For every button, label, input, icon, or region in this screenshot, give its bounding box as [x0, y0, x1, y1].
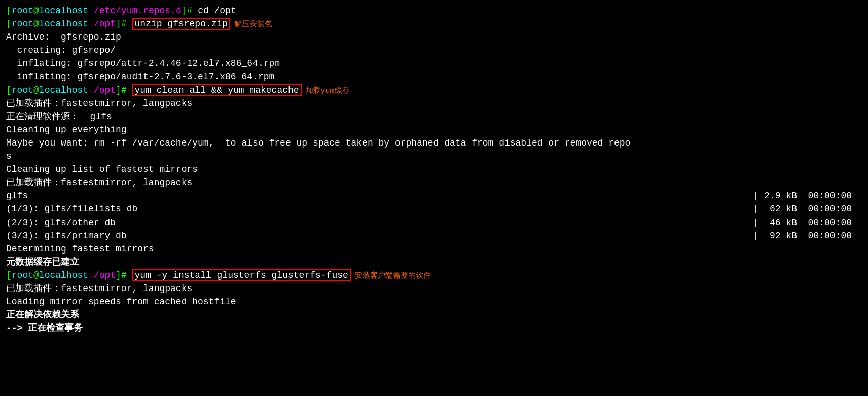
- terminal-line-line1: [root@localhost /etc/yum.repos.d]# cd /o…: [6, 4, 862, 17]
- prompt-hash: #: [187, 6, 193, 16]
- output-line: inflating: gfsrepo/audit-2.7.6-3.el7.x86…: [6, 70, 862, 83]
- prompt-user: root: [12, 6, 33, 16]
- prompt: [root@localhost /opt]#: [6, 85, 132, 95]
- prompt-user: root: [12, 19, 33, 29]
- prompt-at: @: [33, 270, 39, 280]
- output-left: glfs: [6, 189, 28, 202]
- output-left: (3/3): glfs/primary_db: [6, 229, 127, 242]
- prompt-path: /opt: [94, 85, 116, 95]
- prompt: [root@localhost /etc/yum.repos.d]#: [6, 6, 198, 16]
- output-bold-line: 元数据缓存已建立: [6, 256, 862, 269]
- output-left: (1/3): glfs/filelists_db: [6, 202, 137, 215]
- command-highlighted: yum -y install glusterfs glusterfs-fuse: [132, 269, 351, 281]
- output-line: Determining fastest mirrors: [6, 242, 862, 256]
- prompt: [root@localhost /opt]#: [6, 270, 132, 280]
- bracket-close: ]: [116, 270, 121, 280]
- prompt-at: @: [33, 85, 39, 95]
- terminal-line-line2: [root@localhost /opt]# unzip gfsrepo.zip…: [6, 17, 862, 30]
- annotation: 解压安装包: [234, 20, 272, 29]
- prompt-host: localhost: [39, 6, 88, 16]
- bracket-open: [: [6, 19, 12, 29]
- output-bold-line: --> 正在检查事务: [6, 321, 862, 335]
- prompt-host: localhost: [39, 19, 88, 29]
- prompt-at: @: [33, 6, 39, 16]
- command: cd /opt: [198, 6, 236, 16]
- terminal: [root@localhost /etc/yum.repos.d]# cd /o…: [6, 4, 862, 335]
- command-highlighted: unzip gfsrepo.zip: [132, 18, 231, 30]
- output-line: Archive: gfsrepo.zip: [6, 30, 862, 44]
- prompt-host: localhost: [39, 270, 88, 280]
- output-line: Cleaning up list of fastest mirrors: [6, 163, 862, 176]
- prompt-path: /opt: [94, 270, 116, 280]
- output-line: 已加载插件：fastestmirror, langpacks: [6, 282, 862, 295]
- output-right-val: | 62 kB 00:00:00: [753, 202, 862, 215]
- output-left: (2/3): glfs/other_db: [6, 216, 116, 229]
- prompt-host: localhost: [39, 85, 88, 95]
- bracket-close: ]: [116, 85, 121, 95]
- output-right-line: (1/3): glfs/filelists_db| 62 kB 00:00:00: [6, 202, 862, 215]
- output-line: 已加载插件：fastestmirror, langpacks: [6, 97, 862, 110]
- output-bold-line: 正在解决依赖关系: [6, 308, 862, 321]
- prompt-hash: #: [121, 270, 127, 280]
- prompt-hash: #: [121, 19, 127, 29]
- prompt: [root@localhost /opt]#: [6, 19, 132, 29]
- output-right-val: | 2.9 kB 00:00:00: [753, 189, 862, 202]
- prompt-path: /etc/yum.repos.d: [94, 6, 182, 16]
- output-line: Maybe you want: rm -rf /var/cache/yum, t…: [6, 136, 862, 150]
- terminal-line-line20: [root@localhost /opt]# yum -y install gl…: [6, 269, 862, 282]
- terminal-line-line7: [root@localhost /opt]# yum clean all && …: [6, 84, 862, 97]
- bracket-open: [: [6, 6, 12, 16]
- bracket-close: ]: [116, 19, 121, 29]
- bracket-open: [: [6, 85, 12, 95]
- command-highlighted: yum clean all && yum makecache: [132, 84, 302, 96]
- output-right-line: (3/3): glfs/primary_db| 92 kB 00:00:00: [6, 229, 862, 242]
- prompt-user: root: [12, 270, 33, 280]
- output-line: Loading mirror speeds from cached hostfi…: [6, 295, 862, 308]
- annotation: 安装客户端需要的软件: [355, 272, 431, 280]
- prompt-user: root: [12, 85, 33, 95]
- output-line: 正在清理软件源： glfs: [6, 110, 862, 123]
- output-right-line: (2/3): glfs/other_db| 46 kB 00:00:00: [6, 216, 862, 229]
- bracket-open: [: [6, 270, 12, 280]
- prompt-at: @: [33, 19, 39, 29]
- annotation: 加载yum缓存: [306, 87, 350, 95]
- output-right-line: glfs| 2.9 kB 00:00:00: [6, 189, 862, 202]
- prompt-path: /opt: [94, 19, 116, 29]
- output-line: inflating: gfsrepo/attr-2.4.46-12.el7.x8…: [6, 57, 862, 70]
- output-line: s: [6, 150, 862, 163]
- output-line: Cleaning up everything: [6, 123, 862, 136]
- output-line: 已加载插件：fastestmirror, langpacks: [6, 176, 862, 189]
- output-right-val: | 92 kB 00:00:00: [753, 229, 862, 242]
- output-right-val: | 46 kB 00:00:00: [753, 216, 862, 229]
- bracket-close: ]: [182, 6, 187, 16]
- output-line: creating: gfsrepo/: [6, 44, 862, 57]
- prompt-hash: #: [121, 85, 127, 95]
